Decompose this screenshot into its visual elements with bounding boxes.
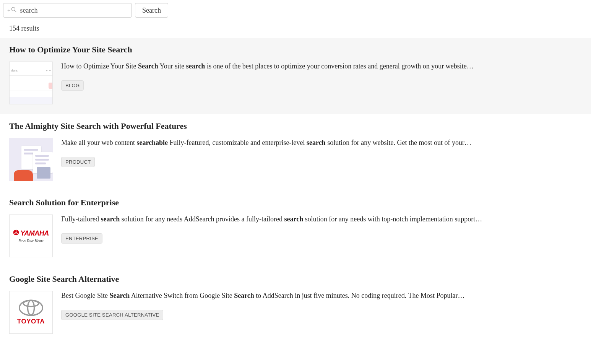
result-title[interactable]: The Almighty Site Search with Powerful F… — [9, 121, 588, 131]
svg-point-3 — [19, 300, 43, 315]
result-item[interactable]: How to Optimize Your Site Search ducts+ … — [0, 38, 591, 114]
result-title[interactable]: Search Solution for Enterprise — [9, 198, 588, 208]
result-snippet: Make all your web content searchable Ful… — [61, 138, 588, 148]
result-thumbnail: YAMAHA Revs Your Heart — [9, 214, 53, 257]
result-tag[interactable]: ENTERPRISE — [61, 233, 102, 244]
results-count: 154 results — [0, 21, 591, 38]
result-thumbnail — [9, 138, 53, 181]
svg-line-1 — [15, 10, 16, 12]
result-thumbnail: TOYOTA — [9, 291, 53, 334]
search-input[interactable] — [17, 6, 132, 15]
result-title[interactable]: Google Site Search Alternative — [9, 274, 588, 284]
svg-point-0 — [11, 7, 15, 11]
result-snippet: Best Google Site Search Alternative Swit… — [61, 291, 588, 301]
result-title[interactable]: How to Optimize Your Site Search — [9, 45, 588, 55]
plus-icon: + — [7, 7, 10, 14]
result-snippet: How to Optimize Your Site Search Your si… — [61, 62, 588, 71]
result-item[interactable]: The Almighty Site Search with Powerful F… — [0, 114, 591, 191]
result-tag[interactable]: GOOGLE SITE SEARCH ALTERNATIVE — [61, 310, 163, 320]
search-icon-area: + — [3, 6, 17, 14]
svg-point-4 — [28, 301, 34, 315]
result-tag[interactable]: BLOG — [61, 80, 84, 91]
search-button[interactable]: Search — [135, 3, 168, 18]
svg-point-5 — [23, 301, 39, 307]
search-icon — [11, 6, 17, 14]
result-thumbnail: ducts+ + + — [9, 62, 53, 104]
search-input-wrapper[interactable]: + — [3, 3, 132, 18]
result-snippet: Fully-tailored search solution for any n… — [61, 214, 588, 224]
result-item[interactable]: Search Solution for Enterprise YAMAHA Re… — [0, 191, 591, 267]
result-item[interactable]: Google Site Search Alternative TOYOTA Be… — [0, 267, 591, 344]
result-tag[interactable]: PRODUCT — [61, 157, 95, 167]
